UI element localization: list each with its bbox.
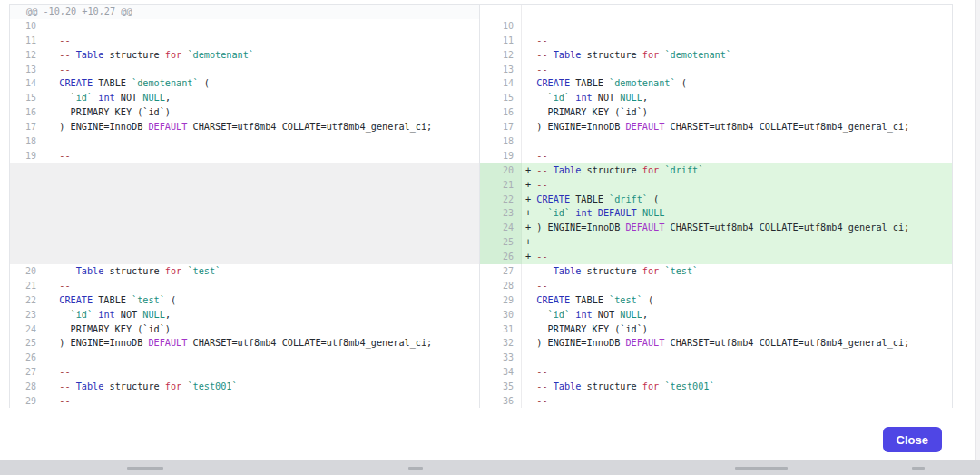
diff-line: 24+ ) ENGINE=InnoDB DEFAULT CHARSET=utf8… xyxy=(480,221,952,235)
diff-line: 16 PRIMARY KEY (`id`) xyxy=(480,105,952,120)
diff-table: @@ -10,20 +10,27 @@10 11 --12 -- Table s… xyxy=(9,4,953,410)
line-number xyxy=(10,206,44,221)
line-number: 22 xyxy=(10,293,44,308)
code-line: -- xyxy=(44,34,479,48)
spacer-row xyxy=(10,163,479,178)
code-line xyxy=(522,134,952,149)
scrollbar-track[interactable] xyxy=(975,0,980,460)
diff-line: 19 -- xyxy=(480,149,952,163)
line-number: 16 xyxy=(480,105,522,120)
line-number: 17 xyxy=(480,120,522,134)
code-line: PRIMARY KEY (`id`) xyxy=(44,322,479,337)
line-number: 13 xyxy=(10,63,44,77)
diff-line: 21+ -- xyxy=(480,178,952,193)
diff-line: 25 ) ENGINE=InnoDB DEFAULT CHARSET=utf8m… xyxy=(10,336,479,351)
backdrop-artifact xyxy=(408,467,423,470)
diff-line: 32 ) ENGINE=InnoDB DEFAULT CHARSET=utf8m… xyxy=(480,336,952,351)
line-number: 17 xyxy=(10,120,44,134)
backdrop-artifact xyxy=(127,467,163,470)
line-number: 32 xyxy=(480,336,522,351)
code-line: PRIMARY KEY (`id`) xyxy=(522,322,952,337)
code-line xyxy=(44,178,479,193)
diff-line: 24 PRIMARY KEY (`id`) xyxy=(10,322,479,337)
diff-line: 12 -- Table structure for `demotenant` xyxy=(10,48,479,63)
line-number: 18 xyxy=(10,134,44,149)
code-line: -- Table structure for `test001` xyxy=(522,380,952,394)
diff-line: 26 xyxy=(10,351,479,365)
code-line: ) ENGINE=InnoDB DEFAULT CHARSET=utf8mb4 … xyxy=(44,120,479,134)
diff-line: 28 -- xyxy=(480,279,952,293)
line-number: 12 xyxy=(480,48,522,63)
code-line xyxy=(44,250,479,264)
diff-line: 14 CREATE TABLE `demotenant` ( xyxy=(480,76,952,91)
line-number: 19 xyxy=(10,149,44,163)
code-line xyxy=(522,5,952,19)
code-line: CREATE TABLE `demotenant` ( xyxy=(522,76,952,91)
code-line: ) ENGINE=InnoDB DEFAULT CHARSET=utf8mb4 … xyxy=(522,120,952,134)
line-number xyxy=(10,178,44,193)
page-backdrop xyxy=(0,460,980,475)
code-line xyxy=(44,206,479,221)
code-line: -- xyxy=(44,149,479,163)
code-line: `id` int NOT NULL, xyxy=(522,91,952,105)
diff-line: 19 -- xyxy=(10,149,479,163)
modal-footer: Close xyxy=(0,408,980,460)
spacer-row xyxy=(10,178,479,193)
diff-line: 27 -- Table structure for `test` xyxy=(480,264,952,279)
line-number xyxy=(10,193,44,207)
diff-line: 21 -- xyxy=(10,279,479,293)
line-number: 29 xyxy=(10,394,44,409)
spacer-row xyxy=(10,235,479,250)
diff-line: 35 -- Table structure for `test001` xyxy=(480,380,952,394)
line-number: 26 xyxy=(10,351,44,365)
spacer-row xyxy=(10,221,479,235)
line-number xyxy=(10,250,44,264)
close-button[interactable]: Close xyxy=(883,427,942,452)
code-line: -- xyxy=(522,34,952,48)
line-number: 16 xyxy=(10,105,44,120)
spacer-row xyxy=(10,206,479,221)
line-number: 14 xyxy=(10,76,44,91)
code-line xyxy=(522,351,952,365)
diff-line: 11 -- xyxy=(10,34,479,48)
diff-line: 10 xyxy=(480,19,952,34)
code-line: -- xyxy=(522,365,952,380)
line-number: 36 xyxy=(480,394,522,409)
diff-line: 18 xyxy=(480,134,952,149)
diff-line: 22 CREATE TABLE `test` ( xyxy=(10,293,479,308)
line-number: 31 xyxy=(480,322,522,337)
code-line: CREATE TABLE `test` ( xyxy=(44,293,479,308)
line-number: 27 xyxy=(480,264,522,279)
code-line: CREATE TABLE `demotenant` ( xyxy=(44,76,479,91)
diff-line: 30 `id` int NOT NULL, xyxy=(480,308,952,322)
code-line xyxy=(44,134,479,149)
screen: @@ -10,20 +10,27 @@10 11 --12 -- Table s… xyxy=(0,0,980,475)
code-line: -- xyxy=(44,63,479,77)
backdrop-artifact xyxy=(735,467,788,470)
diff-line: 29 CREATE TABLE `test` ( xyxy=(480,293,952,308)
diff-pane-old: @@ -10,20 +10,27 @@10 11 --12 -- Table s… xyxy=(10,5,479,409)
spacer-row xyxy=(10,193,479,207)
code-line: + xyxy=(522,235,952,250)
code-line: -- Table structure for `demotenant` xyxy=(44,48,479,63)
diff-line: 20+ -- Table structure for `drift` xyxy=(480,163,952,178)
code-line xyxy=(522,19,952,34)
diff-line: 14 CREATE TABLE `demotenant` ( xyxy=(10,76,479,91)
diff-modal: @@ -10,20 +10,27 @@10 11 --12 -- Table s… xyxy=(0,0,980,460)
code-line: -- xyxy=(44,279,479,293)
line-number: 27 xyxy=(10,365,44,380)
spacer-row xyxy=(10,250,479,264)
diff-line: 23 `id` int NOT NULL, xyxy=(10,308,479,322)
line-number xyxy=(10,163,44,178)
diff-line: 36 -- xyxy=(480,394,952,409)
hunk-header: @@ -10,20 +10,27 @@ xyxy=(10,5,132,19)
diff-line: 33 xyxy=(480,351,952,365)
line-number: 23 xyxy=(480,206,522,221)
line-number: 25 xyxy=(480,235,522,250)
diff-line: 27 -- xyxy=(10,365,479,380)
code-line: + -- xyxy=(522,250,952,264)
line-number: 34 xyxy=(480,365,522,380)
line-number: 18 xyxy=(480,134,522,149)
code-line: -- xyxy=(522,149,952,163)
line-number: 24 xyxy=(10,322,44,337)
